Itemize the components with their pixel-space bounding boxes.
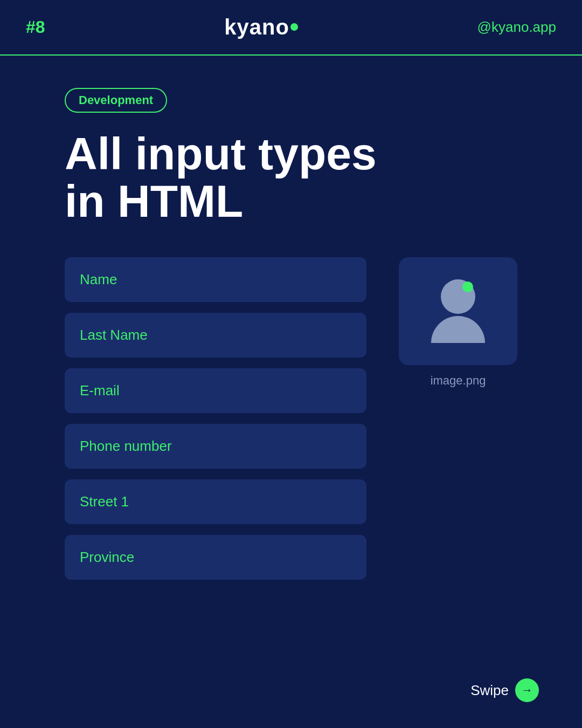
swipe-arrow-icon: [515, 678, 539, 702]
avatar-body: [431, 316, 485, 343]
email-input[interactable]: [65, 368, 366, 413]
title-line1: All input types: [65, 128, 377, 179]
swipe-section[interactable]: Swipe: [470, 678, 539, 702]
phone-input[interactable]: [65, 424, 366, 469]
content-area: image.png: [65, 257, 517, 580]
avatar-head: [441, 279, 475, 314]
arrow-circle: [515, 678, 539, 702]
header-handle: @kyano.app: [477, 19, 556, 36]
category-tag: Development: [65, 88, 167, 113]
header: #8 kyano @kyano.app: [0, 0, 582, 56]
swipe-label: Swipe: [470, 682, 509, 699]
page-title: All input types in HTML: [65, 130, 517, 225]
image-upload-section: image.png: [399, 257, 517, 388]
last-name-input[interactable]: [65, 313, 366, 358]
image-label: image.png: [431, 374, 486, 388]
street-input[interactable]: [65, 479, 366, 524]
name-input[interactable]: [65, 257, 366, 302]
image-upload-box[interactable]: [399, 257, 517, 365]
province-input[interactable]: [65, 535, 366, 580]
title-line2: in HTML: [65, 176, 243, 226]
logo-dot-icon: [290, 23, 298, 31]
main-content: Development All input types in HTML imag…: [0, 56, 582, 606]
header-logo: kyano: [224, 15, 298, 39]
header-number: #8: [26, 17, 45, 37]
avatar-icon: [431, 279, 485, 343]
form-section: [65, 257, 366, 580]
